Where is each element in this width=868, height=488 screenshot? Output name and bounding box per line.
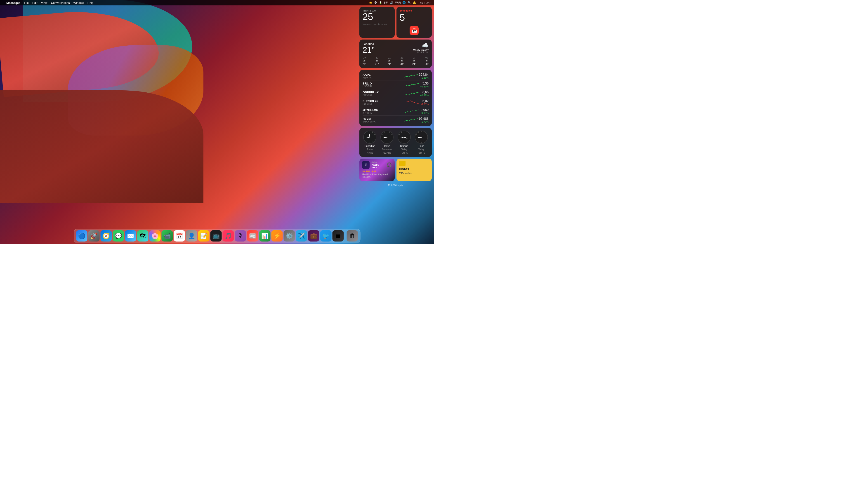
world-clocks-widget[interactable]: Cupertino Today -4HRS Tokyo Tomorrow +12… (360, 128, 432, 157)
calendar-scheduled-widget[interactable]: Scheduled 5 📅 (397, 7, 432, 38)
dock-icon-messages[interactable]: 💬 (113, 230, 124, 241)
clock-cupertino[interactable]: Cupertino Today -4HRS (363, 131, 376, 154)
stock-info-3: EURBRL=X EUR/BRL (363, 99, 405, 105)
stock-row-0[interactable]: AAPL Apple Inc. 364,84 +1,33% (363, 72, 429, 80)
weather-widget[interactable]: Londrina 21° ☁️ Mostly Cloudy H:28° L:18… (360, 39, 432, 68)
clock-offset-0: -4HRS (366, 152, 373, 154)
stock-info-5: ^BVSP @BOVESPA (363, 117, 403, 123)
clock-face-2 (398, 131, 411, 144)
menubar-notifications[interactable]: 🔔 (413, 1, 416, 4)
bottom-widget-row: 🎙 Stubs Happy Hour 🎧 1H 42M LEFT iPad Pr… (360, 159, 432, 181)
dock-icons-container: 🔵🚀🧭💬✉️🗺🌸📹📅👤📝📺🎵🎙📰📊⚡⚙️✈️💼🐦◼🗑 (76, 230, 358, 241)
stock-row-3[interactable]: EURBRL=X EUR/BRL 6,02 -0,05% (363, 98, 429, 107)
menubar: Messages File Edit View Conversations Wi… (0, 0, 434, 5)
dock-icon-podcasts[interactable]: 🎙 (235, 230, 246, 241)
dock-icon-photos[interactable]: 🌸 (149, 230, 161, 241)
clock-paris[interactable]: Paris Today +5HRS (415, 131, 428, 154)
dock-icon-label-18: ✈️ (298, 232, 305, 239)
dock-icon-safari[interactable]: 🧭 (101, 230, 112, 241)
podcast-description: iPad Pro Smart Keyboard Trackpa... (362, 173, 392, 178)
dock-icon-topnotch[interactable]: ◼ (333, 230, 344, 241)
dock-icon-trash[interactable]: 🗑 (347, 230, 358, 241)
stock-row-1[interactable]: BRL=X USD/BRL 5,36 +0,31% (363, 80, 429, 89)
clock-city-3: Paris (418, 144, 424, 147)
dock-icon-facetime[interactable]: 📹 (162, 230, 173, 241)
stock-name-2: GBP/BRL (363, 94, 404, 96)
dock-icon-shortcuts[interactable]: ⚡ (272, 230, 283, 241)
podcast-time-left: 1H 42M LEFT (362, 170, 392, 173)
menu-file[interactable]: File (24, 1, 29, 4)
stock-change-1: +0,31% (420, 85, 429, 88)
dock-icon-numbers[interactable]: 📊 (259, 230, 271, 241)
podcast-widget[interactable]: 🎙 Stubs Happy Hour 🎧 1H 42M LEFT iPad Pr… (360, 159, 395, 181)
dock-icon-launchpad[interactable]: 🚀 (88, 230, 100, 241)
dock-icon-label-7: 📹 (164, 232, 171, 239)
stock-chart-1 (404, 82, 420, 88)
dock-icon-music[interactable]: 🎵 (223, 230, 234, 241)
dock-icon-mail[interactable]: ✉️ (125, 230, 136, 241)
app-name[interactable]: Messages (6, 1, 20, 4)
stock-change-0: +1,33% (419, 76, 429, 79)
menubar-time: Thu 19:43 (418, 1, 431, 4)
dock-icon-calendar[interactable]: 📅 (174, 230, 185, 241)
dock-icon-label-20: 🐦 (322, 232, 330, 239)
stock-chart-2 (404, 90, 420, 97)
edit-widgets-button[interactable]: Edit Widgets (360, 183, 432, 188)
menubar-search[interactable]: 🔍 (408, 1, 411, 4)
dock-icon-telegram[interactable]: ✈️ (296, 230, 307, 241)
notes-widget[interactable]: Notes 215 Notes (397, 159, 432, 181)
calendar-today-widget[interactable]: THURSDAY 25 No more events today (360, 7, 395, 38)
clock-face-0 (363, 131, 376, 144)
menu-conversations[interactable]: Conversations (51, 1, 70, 4)
stock-row-2[interactable]: GBPBRL=X GBP/BRL 6,66 +0,22% (363, 89, 429, 98)
stock-value-0: 364,84 +1,33% (419, 73, 429, 79)
menubar-brightness[interactable]: ☀️ (369, 1, 373, 4)
stock-value-2: 6,66 +0,22% (420, 90, 429, 97)
stock-price-0: 364,84 (419, 73, 429, 76)
weather-hour-2: 21 🌧 21° (388, 57, 391, 65)
dock-icon-label-10: 📝 (200, 232, 208, 239)
weather-condition: Mostly Cloudy (413, 48, 429, 51)
stock-change-3: -0,05% (421, 103, 429, 105)
clock-face-3 (415, 131, 428, 144)
menu-help[interactable]: Help (88, 1, 94, 4)
dock-icon-news[interactable]: 📰 (247, 230, 258, 241)
dock-icon-slack[interactable]: 💼 (308, 230, 319, 241)
dock-icon-contacts[interactable]: 👤 (186, 230, 197, 241)
clock-city-2: Brasilia (400, 144, 408, 147)
stock-row-4[interactable]: JPYBRL=X JPY/BRL 0,050 +0,18% (363, 107, 429, 116)
stocks-widget[interactable]: AAPL Apple Inc. 364,84 +1,33% BRL=X USD/… (360, 70, 432, 126)
menubar-temperature: 57° (384, 1, 388, 4)
podcasts-app-icon[interactable]: 🎧 (386, 162, 392, 168)
stock-name-5: @BOVESPA (363, 121, 403, 123)
dock-icon-system-preferences[interactable]: ⚙️ (284, 230, 295, 241)
dock-icon-maps[interactable]: 🗺 (137, 230, 149, 241)
dock-icon-finder[interactable]: 🔵 (76, 230, 88, 241)
weather-high: H:28° (417, 51, 423, 54)
menu-edit[interactable]: Edit (32, 1, 37, 4)
clock-day-1: Tomorrow (382, 148, 392, 151)
menubar-volume[interactable]: 🔊 (390, 1, 393, 4)
menu-window[interactable]: Window (73, 1, 84, 4)
menubar-battery[interactable]: 🔋 (379, 1, 382, 4)
svg-point-47 (404, 137, 405, 138)
dock-icon-notes[interactable]: 📝 (198, 230, 210, 241)
weather-hour-3: 22 🌧 20° (400, 57, 404, 65)
dock-icon-twitter[interactable]: 🐦 (320, 230, 332, 241)
menubar-battery-charge[interactable]: ⏱ (374, 1, 377, 4)
dock-icon-label-13: 🎙 (238, 232, 243, 239)
podcast-show-icon: 🎙 (362, 161, 370, 169)
clock-brasilia[interactable]: Brasilia Today +0HRS (398, 131, 411, 154)
stock-row-5[interactable]: ^BVSP @BOVESPA 95.983 +1,70% (363, 116, 429, 124)
cal-no-events: No more events today (363, 23, 392, 26)
dock-icon-apple-tv[interactable]: 📺 (211, 230, 222, 241)
menubar-wifi[interactable]: WiFi (395, 1, 401, 4)
clock-day-3: Today (418, 148, 425, 151)
stock-value-4: 0,050 +0,18% (420, 108, 429, 114)
clock-tokyo[interactable]: Tokyo Tomorrow +12HRS (380, 131, 394, 154)
stock-value-3: 6,02 -0,05% (421, 99, 429, 105)
dock-icon-label-9: 👤 (188, 232, 195, 239)
menubar-language[interactable]: 🌐 (402, 1, 406, 4)
menu-view[interactable]: View (41, 1, 48, 4)
stock-chart-4 (404, 108, 420, 114)
